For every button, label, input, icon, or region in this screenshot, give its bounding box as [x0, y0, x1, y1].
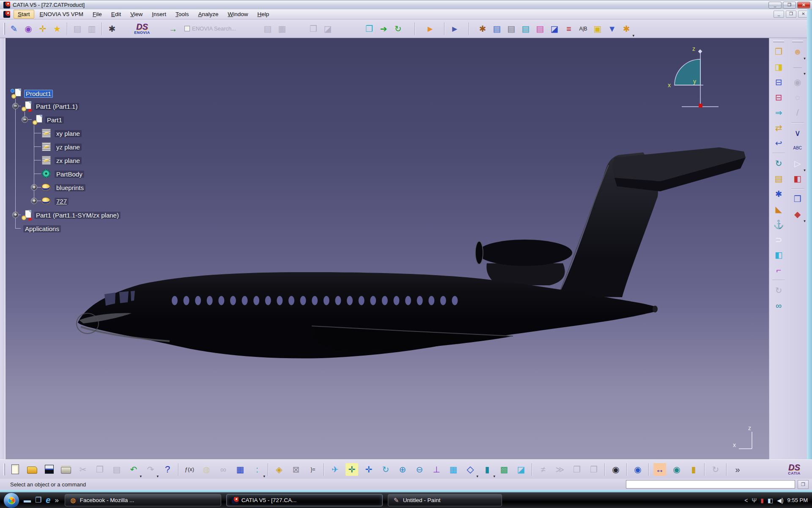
design-table-icon[interactable]: ▦	[234, 463, 247, 476]
measure-item-icon[interactable]: ◉	[670, 463, 683, 476]
instantiate-icon[interactable]: ◈	[273, 463, 285, 476]
menu-insert[interactable]: Insert	[148, 10, 170, 18]
star-wand-icon[interactable]: ★	[51, 22, 63, 35]
tree-node-label[interactable]: blueprints	[55, 184, 85, 191]
people-group-icon[interactable]: ☻▾	[791, 45, 804, 58]
doc-pink-arrow-icon[interactable]: ▤	[534, 22, 546, 35]
catalog-disabled-icon[interactable]: ▤	[261, 22, 274, 35]
doc-gear-blue-icon[interactable]: ▤	[491, 22, 503, 35]
sticker-pen-icon[interactable]: ◧	[772, 248, 785, 261]
save-icon[interactable]	[43, 463, 55, 476]
tree-row[interactable]: Part1 (Part1.1-SYM/zx plane)	[21, 209, 121, 221]
funnel-icon[interactable]: ▼	[606, 22, 618, 35]
measure-triangle-icon[interactable]: ◣	[772, 203, 785, 215]
screwdriver-icon[interactable]: ⌐	[772, 264, 785, 276]
window-yellow-icon[interactable]: ▣	[591, 22, 604, 35]
ql-overflow-icon[interactable]: »	[55, 496, 58, 505]
paperclip-icon[interactable]: ⊃	[772, 233, 785, 246]
tree-node-label[interactable]: Part1 (Part1.1-SYM/zx plane)	[34, 212, 121, 219]
volume-icon[interactable]: ◀)	[777, 497, 783, 504]
mdi-document-icon[interactable]	[3, 11, 10, 18]
save-green-arrow-icon[interactable]: ➔	[377, 22, 390, 35]
shaded-cylinder-icon[interactable]: ▮▾	[481, 463, 494, 476]
tree-collapse-icon[interactable]: −	[22, 116, 28, 123]
dropdown-arrow-icon[interactable]: ▾	[263, 474, 265, 478]
product-structure-icon[interactable]: ❒	[772, 45, 785, 58]
tray-chevron-icon[interactable]: <	[744, 497, 748, 504]
iso-view-icon[interactable]: ◇▾	[464, 463, 477, 476]
anchor-icon[interactable]: ⚓	[772, 218, 785, 231]
dropdown-arrow-icon[interactable]: ▾	[140, 474, 142, 478]
datum-icon[interactable]: :▾	[251, 463, 263, 476]
cut-icon[interactable]: ✂	[77, 463, 89, 476]
gear-n-icon[interactable]: ✱▾	[620, 22, 633, 35]
dropdown-arrow-icon[interactable]: ▾	[476, 474, 478, 478]
tree-collapse-icon[interactable]: −	[12, 103, 19, 109]
tree-node-label[interactable]: PartBody	[55, 171, 84, 178]
box-arrows-icon[interactable]: ✛	[36, 22, 49, 35]
tree-row[interactable]: Part1	[32, 114, 64, 126]
tree-row[interactable]: Part1 (Part1.1)	[21, 100, 79, 112]
tree-row[interactable]: Product1	[11, 88, 53, 99]
boxes-arrow-icon[interactable]: ⇒	[772, 106, 785, 119]
chat-bubble-icon[interactable]: ◍	[200, 463, 213, 476]
menu-analyze[interactable]: Analyze	[194, 10, 222, 18]
dropdown-arrow-icon[interactable]: ▾	[804, 168, 806, 172]
list-undo-icon[interactable]: ↩	[772, 137, 785, 149]
tree-node-label[interactable]: Part1 (Part1.1)	[34, 103, 79, 110]
gear-brown-icon[interactable]: ✱	[476, 22, 489, 35]
redo-icon[interactable]: ↷▾	[144, 463, 157, 476]
render-quality-icon[interactable]: ▩	[498, 463, 510, 476]
enovia-search-checkbox[interactable]	[184, 26, 190, 31]
close-button[interactable]: ✕	[797, 2, 810, 8]
dropdown-arrow-icon[interactable]: ▾	[804, 72, 806, 76]
remote-assist-icon[interactable]: Ψ	[752, 497, 757, 504]
open-folder-icon[interactable]	[26, 463, 38, 476]
measure-between-icon[interactable]: ↔	[653, 463, 666, 476]
lock-icon[interactable]: ⊠	[290, 463, 302, 476]
copy-view-disabled-icon[interactable]: ❐	[571, 463, 583, 476]
overflow-chevron-icon[interactable]: »	[731, 463, 744, 476]
specification-tree[interactable]: Product1−Part1 (Part1.1)−Part1xy planeyz…	[5, 38, 183, 241]
menu-enovia-v5-vpm[interactable]: ENOVIA V5 VPM	[36, 10, 88, 18]
whats-this-icon[interactable]: ?	[161, 463, 174, 476]
ie-icon[interactable]: e	[46, 495, 50, 505]
dash-disabled-icon[interactable]: —▾	[791, 61, 804, 73]
start-button[interactable]	[3, 492, 19, 508]
view-compass[interactable]: z x y	[667, 44, 726, 116]
taskbar-task-catia[interactable]: CATIA V5 - [727.CA...	[226, 494, 383, 506]
save-refresh-icon[interactable]: ↻	[392, 22, 404, 35]
tree-node-label[interactable]: Applications	[23, 225, 61, 232]
select-arrow-icon[interactable]: ►	[424, 22, 436, 35]
dropdown-arrow-icon[interactable]: ▾	[156, 474, 159, 478]
copy-view2-disabled-icon[interactable]: ❐	[587, 463, 600, 476]
eraser-disabled-icon[interactable]: ◪	[321, 22, 334, 35]
capture-icon[interactable]: ◉	[609, 463, 622, 476]
tray-clock[interactable]: 9:55 PM	[787, 497, 808, 503]
restore-button[interactable]: ❐	[783, 2, 796, 8]
normal-view-icon[interactable]: ⊥	[430, 463, 443, 476]
tree-node-label[interactable]: 727	[55, 198, 69, 205]
show-desktop-icon[interactable]: ▬	[24, 496, 31, 505]
tree-list-icon[interactable]: ⊟	[772, 76, 785, 88]
tree-row[interactable]: PartBody	[41, 168, 84, 180]
menu-file[interactable]: File	[89, 10, 106, 18]
doc-gears-gray-icon[interactable]: ▤	[505, 22, 518, 35]
boxes-swap-icon[interactable]: ⇄	[772, 121, 785, 134]
update-swirl-icon[interactable]: ↻	[772, 157, 785, 170]
wand-disabled-icon[interactable]: /	[791, 106, 804, 119]
3d-viewport[interactable]: Product1−Part1 (Part1.1)−Part1xy planeyz…	[5, 38, 771, 459]
tree-node-label[interactable]: Part1	[45, 116, 64, 124]
doc-window-disabled-icon[interactable]: ▤	[71, 22, 84, 35]
menu-tools[interactable]: Tools	[172, 10, 193, 18]
camera-robot-icon[interactable]: ◉	[22, 22, 35, 35]
tree-node-label[interactable]: zx plane	[55, 157, 82, 164]
pen-green-arrow-icon[interactable]: →	[167, 22, 179, 35]
list-redo-icon[interactable]: ≡	[562, 22, 575, 35]
blob-disabled-icon[interactable]: ◉	[791, 76, 804, 88]
dropdown-arrow-icon[interactable]: ▾	[804, 56, 806, 61]
gears-icon[interactable]: ✱	[106, 22, 118, 35]
callout-flag-icon[interactable]: ▷▾	[791, 157, 804, 170]
swirl-disabled-icon[interactable]: ↻	[772, 284, 785, 297]
chain-links-icon[interactable]: ∞	[772, 299, 785, 312]
